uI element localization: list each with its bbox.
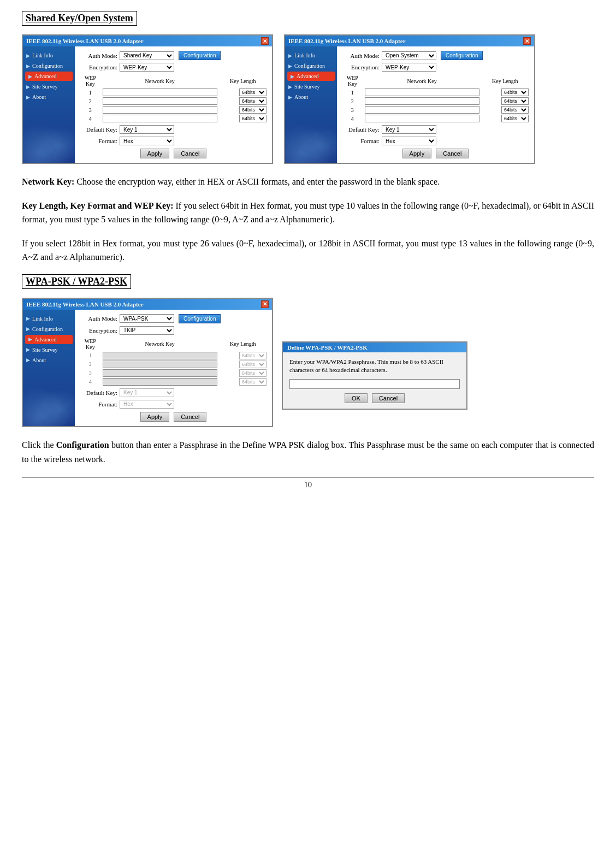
os-key-input-4[interactable] [364, 114, 481, 123]
wpa-key-length-col: Key Length [218, 338, 268, 351]
key-length-2[interactable]: 64bits [218, 97, 268, 105]
key-input-1[interactable] [102, 88, 218, 97]
define-wpa-cancel-button[interactable]: Cancel [372, 393, 405, 403]
shared-config-button[interactable]: Configuration [179, 51, 221, 60]
wpa-sidebar-about[interactable]: ▶ About [23, 356, 75, 365]
wpa-close-btn[interactable]: ✕ [261, 300, 269, 308]
os-sidebar-advanced[interactable]: ▶ Advanced [287, 72, 335, 81]
shared-cancel-button[interactable]: Cancel [174, 149, 206, 158]
os-key-input-2[interactable] [364, 97, 481, 105]
wpa-apply-button[interactable]: Apply [140, 412, 170, 422]
wep-key-row-2: 2 64bits [79, 97, 268, 105]
wpa-key-length-4: 64bits [218, 377, 268, 386]
os-key-length-3[interactable]: 64bits [481, 105, 530, 114]
os-sidebar-about[interactable]: ▶ About [285, 92, 337, 102]
os-key-input-3[interactable] [364, 105, 481, 114]
encryption-select[interactable]: WEP-Key [120, 63, 174, 72]
auth-mode-select[interactable]: Shared Key [120, 51, 174, 60]
os-auth-mode-select[interactable]: Open System [382, 51, 436, 60]
key-length-1[interactable]: 64bits [218, 88, 268, 97]
os-key-input-1[interactable] [364, 88, 481, 97]
wpa-wep-table: WEP Key Network Key Key Length 1 64bits … [79, 338, 268, 386]
wpa-key-row-1: 1 64bits [79, 351, 268, 360]
default-key-label: Default Key: [79, 126, 117, 133]
os-encryption-select[interactable]: WEP-Key [382, 63, 436, 72]
sidebar-configuration[interactable]: ▶ Configuration [23, 61, 75, 70]
os-sidebar-configuration[interactable]: ▶ Configuration [285, 61, 337, 70]
os-apply-button[interactable]: Apply [402, 149, 432, 158]
wpa-sidebar-site-survey[interactable]: ▶ Site Survey [23, 345, 75, 355]
config-icon: ▶ [26, 63, 30, 69]
os-key-length-2[interactable]: 64bits [481, 97, 530, 105]
auth-mode-label: Auth Mode: [79, 52, 117, 59]
wep-key-row-4: 4 64bits [79, 114, 268, 123]
default-key-select[interactable]: Key 1 [120, 125, 174, 134]
wpa-format-row: Format: Hex [79, 400, 268, 409]
os-config-button[interactable]: Configuration [441, 51, 483, 60]
os-default-key-select[interactable]: Key 1 [382, 125, 436, 134]
wpa-sidebar-advanced[interactable]: ▶ Advanced [25, 335, 73, 344]
sidebar-link-info[interactable]: ▶ Link Info [23, 51, 75, 60]
wpa-key-input-2 [102, 360, 218, 369]
wpa-config-button[interactable]: Configuration [179, 314, 221, 323]
wep-key-row-3: 3 64bits [79, 105, 268, 114]
key-length-4[interactable]: 64bits [218, 114, 268, 123]
wpa-auth-mode-select[interactable]: WPA-PSK [120, 314, 174, 323]
key-length-term: Key Length, Key Format and WEP Key: [22, 201, 174, 210]
os-link-info-icon: ▶ [288, 53, 292, 58]
format-select[interactable]: Hex [120, 137, 174, 145]
shared-key-body: ▶ Link Info ▶ Configuration ▶ Advanced ▶… [23, 46, 272, 163]
os-site-survey-icon: ▶ [288, 84, 292, 90]
key-length-paragraph: Key Length, Key Format and WEP Key: If y… [22, 199, 594, 227]
os-key-length-1[interactable]: 64bits [481, 88, 530, 97]
os-key-length-4[interactable]: 64bits [481, 114, 530, 123]
sidebar-advanced[interactable]: ▶ Advanced [25, 72, 73, 81]
wpa-site-survey-icon: ▶ [26, 347, 30, 352]
os-key-length-col: Key Length [481, 74, 530, 88]
wpa-sidebar-link-info[interactable]: ▶ Link Info [23, 314, 75, 323]
os-format-select[interactable]: Hex [382, 137, 436, 145]
os-wep-key-col: WEP Key [341, 74, 364, 88]
os-key-row-2: 2 64bits [341, 97, 530, 105]
wpa-key-input-3 [102, 369, 218, 377]
key-input-3[interactable] [102, 105, 218, 114]
advanced-icon: ▶ [28, 74, 32, 79]
shared-key-close-btn[interactable]: ✕ [261, 37, 269, 45]
key-num-1: 1 [79, 88, 102, 97]
define-wpa-description: Enter your WPA/WPA2 Passphrase. This mus… [289, 358, 460, 375]
wpa-encryption-row: Encryption: TKIP [79, 326, 268, 335]
key-input-2[interactable] [102, 97, 218, 105]
wpa-key-row-4: 4 64bits [79, 377, 268, 386]
os-auth-mode-row: Auth Mode: Open System Configuration [341, 51, 530, 60]
os-sidebar-link-info[interactable]: ▶ Link Info [285, 51, 337, 60]
sidebar-about[interactable]: ▶ About [23, 92, 75, 102]
os-key-row-4: 4 64bits [341, 114, 530, 123]
define-wpa-buttons: OK Cancel [289, 393, 460, 403]
shared-key-sidebar: ▶ Link Info ▶ Configuration ▶ Advanced ▶… [23, 46, 75, 163]
os-encryption-row: Encryption: WEP-Key [341, 63, 530, 72]
wpa-cancel-button[interactable]: Cancel [174, 412, 206, 422]
hex128-paragraph: If you select 128bit in Hex format, you … [22, 237, 594, 264]
sidebar-site-survey[interactable]: ▶ Site Survey [23, 82, 75, 91]
wpa-config-term: Configuration [56, 440, 109, 450]
define-wpa-passphrase-input[interactable] [289, 379, 460, 389]
key-input-4[interactable] [102, 114, 218, 123]
wpa-heading: WPA-PSK / WPA2-PSK [22, 274, 131, 289]
open-system-body: ▶ Link Info ▶ Configuration ▶ Advanced ▶… [285, 46, 534, 163]
os-config-icon: ▶ [288, 63, 292, 69]
wpa-link-info-icon: ▶ [26, 316, 30, 321]
define-wpa-ok-button[interactable]: OK [345, 393, 368, 403]
open-system-close-btn[interactable]: ✕ [523, 37, 531, 45]
os-sidebar-site-survey[interactable]: ▶ Site Survey [285, 82, 337, 91]
os-default-key-label: Default Key: [341, 126, 380, 133]
wpa-encryption-select[interactable]: TKIP [120, 326, 174, 335]
wpa-sidebar-configuration[interactable]: ▶ Configuration [23, 324, 75, 334]
os-cancel-button[interactable]: Cancel [436, 149, 469, 158]
os-format-label: Format: [341, 138, 380, 144]
key-num-3: 3 [79, 105, 102, 114]
network-key-paragraph: Network Key: Choose the encryption way, … [22, 175, 594, 189]
key-length-3[interactable]: 64bits [218, 105, 268, 114]
shared-apply-button[interactable]: Apply [140, 149, 170, 158]
network-key-col-header: Network Key [102, 74, 218, 88]
os-about-icon: ▶ [288, 95, 292, 100]
